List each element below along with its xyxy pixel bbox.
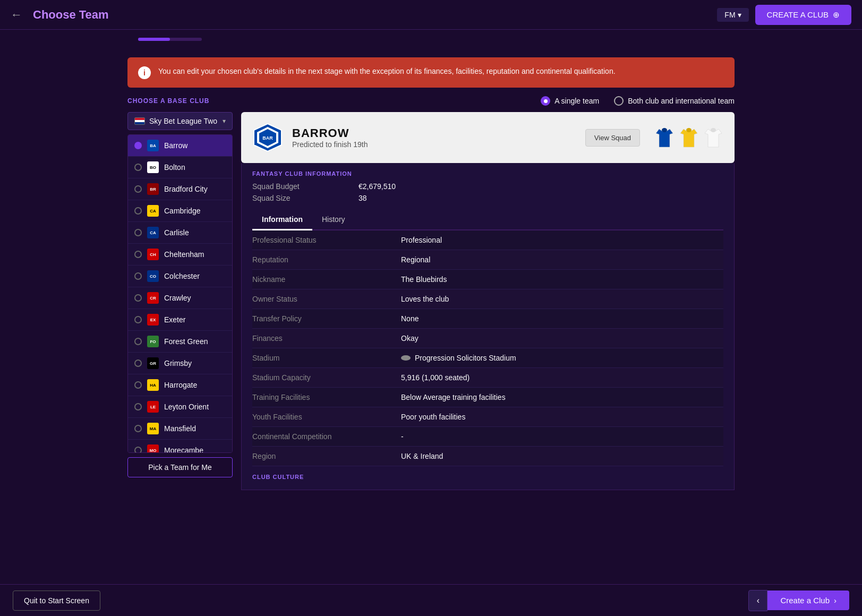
create-club-nav-button[interactable]: Create a Club › [767,591,849,610]
team-item[interactable]: MAMansfield [128,418,232,440]
team-item[interactable]: BABarrow [128,135,232,157]
info-value: None [401,314,723,323]
info-row: Training FacilitiesBelow Average trainin… [252,388,723,407]
info-value: 5,916 (1,000 seated) [401,373,723,382]
team-item[interactable]: COColchester [128,266,232,287]
team-badge: GR [147,357,159,369]
team-radio [134,447,142,453]
info-key: Training Facilities [252,393,401,401]
club-culture-label: CLUB CULTURE [252,466,723,482]
team-item[interactable]: CACambridge [128,200,232,222]
team-radio [134,207,142,215]
info-value: Regional [401,255,723,264]
info-row: ReputationRegional [252,250,723,270]
team-radio [134,381,142,389]
nav-buttons: ‹ Create a Club › [748,590,849,611]
kit-images [654,125,724,150]
team-badge: MA [147,423,159,434]
league-dropdown[interactable]: Sky Bet League Two ▾ [127,112,233,130]
team-item[interactable]: HAHarrogate [128,374,232,396]
team-item[interactable]: GRGrimsby [128,353,232,374]
team-item[interactable]: MOMorecambe [128,440,232,453]
info-value: Loves the club [401,295,723,303]
info-key: Owner Status [252,295,401,303]
tab-history[interactable]: History [312,210,355,230]
header: ← Choose Team FM ▾ CREATE A CLUB ⊕ [0,0,862,30]
team-name: Forest Green [164,337,208,346]
info-row: Stadium Capacity5,916 (1,000 seated) [252,368,723,388]
radio-group: A single team Both club and internationa… [541,96,735,106]
svg-point-6 [711,128,716,132]
kit-white [703,125,724,150]
choose-header: CHOOSE A BASE CLUB A single team Both cl… [127,96,735,106]
team-name: Leyton Orient [164,403,209,411]
info-row: NicknameThe Bluebirds [252,270,723,289]
team-radio [134,294,142,302]
team-item[interactable]: CRCrawley [128,287,232,309]
team-item[interactable]: FOForest Green [128,331,232,353]
info-key: Reputation [252,255,401,264]
league-label: Sky Bet League Two [149,117,217,125]
team-item[interactable]: BRBradford City [128,178,232,200]
alert-text: You can edit your chosen club's details … [158,66,616,77]
info-value: Below Average training facilities [401,393,723,401]
team-badge: LE [147,401,159,413]
team-badge: CA [147,205,159,217]
squad-budget-row: Squad Budget €2,679,510 [252,182,723,191]
svg-point-4 [662,128,667,132]
team-radio [134,142,142,149]
bottom-bar: Quit to Start Screen ‹ Create a Club › [0,584,862,616]
club-crest: BAR [252,122,284,153]
info-row: Professional StatusProfessional [252,230,723,250]
team-radio [134,425,142,432]
team-badge: HA [147,379,159,391]
view-squad-button[interactable]: View Squad [585,129,640,147]
info-row: Owner StatusLoves the club [252,289,723,309]
team-badge: MO [147,444,159,453]
create-club-button[interactable]: CREATE A CLUB ⊕ [755,5,851,25]
quit-button[interactable]: Quit to Start Screen [13,591,100,611]
alert-banner: i You can edit your chosen club's detail… [127,57,735,88]
pick-team-button[interactable]: Pick a Team for Me [127,457,233,477]
team-badge: CR [147,292,159,304]
fm-menu[interactable]: FM ▾ [717,8,748,22]
progress-bar-area [0,30,862,49]
fantasy-title: FANTASY CLUB INFORMATION [252,170,723,177]
club-header-card: BAR BARROW Predicted to finish 19th View… [241,112,735,163]
radio-circle-both [614,96,624,106]
team-badge: FO [147,336,159,347]
svg-text:BAR: BAR [262,135,273,141]
radio-single-team[interactable]: A single team [541,96,599,106]
squad-size-label: Squad Size [252,194,359,202]
team-item[interactable]: LELeyton Orient [128,396,232,418]
team-item[interactable]: CACarlisle [128,222,232,244]
team-badge: BA [147,140,159,151]
info-row: StadiumProgression Solicitors Stadium [252,348,723,368]
team-item[interactable]: BOBolton [128,157,232,178]
team-item[interactable]: EXExeter [128,309,232,331]
radio-both-teams[interactable]: Both club and international team [614,96,735,106]
info-row: Transfer PolicyNone [252,309,723,329]
info-value: UK & Ireland [401,452,723,460]
team-name: Bolton [164,163,185,172]
two-column-layout: Sky Bet League Two ▾ BABarrowBOBoltonBRB… [127,112,735,490]
nav-prev-button[interactable]: ‹ [748,590,767,611]
team-radio [134,338,142,345]
info-key: Stadium [252,354,401,362]
kit-yellow [678,125,699,150]
left-panel: Sky Bet League Two ▾ BABarrowBOBoltonBRB… [127,112,233,490]
team-radio [134,229,142,236]
back-button[interactable]: ← [11,8,22,22]
info-key: Finances [252,334,401,343]
squad-size-value: 38 [359,194,367,202]
team-badge: EX [147,314,159,326]
team-name: Exeter [164,315,185,324]
info-key: Stadium Capacity [252,373,401,382]
team-name: Cambridge [164,207,200,215]
team-item[interactable]: CHCheltenham [128,244,232,266]
tab-information[interactable]: Information [252,210,312,230]
info-value: Professional [401,236,723,244]
info-row: Continental Competition- [252,427,723,447]
svg-point-5 [686,128,692,132]
info-key: Nickname [252,275,401,284]
